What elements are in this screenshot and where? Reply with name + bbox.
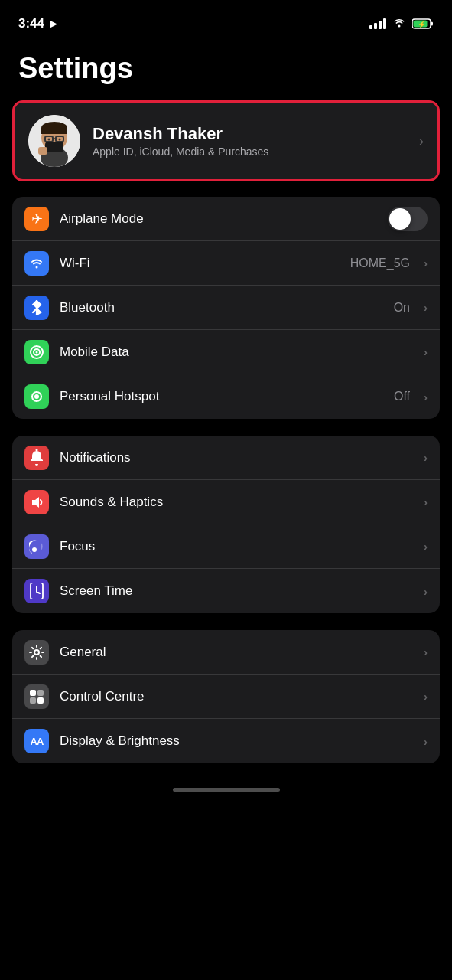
focus-chevron: › bbox=[424, 540, 428, 553]
focus-label: Focus bbox=[60, 539, 413, 554]
sounds-haptics-icon bbox=[24, 490, 49, 514]
mobile-data-row[interactable]: Mobile Data › bbox=[12, 330, 440, 374]
svg-rect-15 bbox=[38, 147, 47, 155]
hotspot-label: Personal Hotspot bbox=[60, 389, 383, 404]
svg-point-21 bbox=[36, 351, 38, 353]
profile-card[interactable]: Devansh Thaker Apple ID, iCloud, Media &… bbox=[12, 100, 440, 181]
svg-point-13 bbox=[48, 139, 50, 141]
svg-rect-30 bbox=[30, 697, 36, 704]
display-brightness-label: Display & Brightness bbox=[60, 733, 413, 749]
notifications-icon bbox=[24, 446, 49, 470]
bluetooth-chevron: › bbox=[424, 301, 428, 314]
screen-time-icon bbox=[24, 579, 49, 603]
screen-time-row[interactable]: Screen Time › bbox=[12, 569, 440, 613]
notifications-label: Notifications bbox=[60, 450, 413, 466]
display-brightness-chevron: › bbox=[424, 735, 428, 748]
control-centre-row[interactable]: Control Centre › bbox=[12, 675, 440, 719]
status-time: 3:44 ▶ bbox=[18, 16, 57, 31]
svg-rect-12 bbox=[45, 142, 63, 152]
profile-name: Devansh Thaker bbox=[93, 124, 407, 144]
svg-rect-28 bbox=[30, 690, 36, 696]
svg-rect-31 bbox=[37, 697, 44, 704]
svg-point-22 bbox=[34, 394, 39, 399]
svg-text:⚡: ⚡ bbox=[418, 20, 427, 29]
svg-rect-29 bbox=[37, 690, 44, 696]
sounds-haptics-row[interactable]: Sounds & Haptics › bbox=[12, 480, 440, 524]
general-group: General › Control Centre › AA Display & … bbox=[12, 630, 440, 763]
hotspot-value: Off bbox=[394, 390, 410, 403]
sounds-haptics-label: Sounds & Haptics bbox=[60, 495, 413, 510]
bluetooth-label: Bluetooth bbox=[60, 300, 383, 315]
general-chevron: › bbox=[424, 645, 428, 658]
general-label: General bbox=[60, 645, 413, 660]
notifications-row[interactable]: Notifications › bbox=[12, 436, 440, 480]
screen-time-chevron: › bbox=[424, 585, 428, 598]
page-title: Settings bbox=[0, 38, 452, 100]
wifi-chevron: › bbox=[424, 256, 428, 270]
home-bar bbox=[0, 780, 452, 796]
general-icon bbox=[24, 640, 49, 665]
time-display: 3:44 bbox=[18, 16, 44, 31]
svg-rect-2 bbox=[431, 22, 434, 26]
focus-row[interactable]: Focus › bbox=[12, 524, 440, 569]
connectivity-group: ✈ Airplane Mode Wi-Fi HOME_5G › bbox=[12, 197, 440, 419]
bluetooth-icon bbox=[24, 296, 49, 320]
svg-point-14 bbox=[59, 139, 61, 141]
airplane-mode-row[interactable]: ✈ Airplane Mode bbox=[12, 197, 440, 241]
wifi-setting-icon bbox=[24, 251, 49, 276]
screen-time-label: Screen Time bbox=[60, 583, 413, 599]
status-icons: ⚡ bbox=[369, 17, 434, 31]
status-bar: 3:44 ▶ ⚡ bbox=[0, 0, 452, 38]
control-centre-label: Control Centre bbox=[60, 689, 413, 704]
location-arrow-icon: ▶ bbox=[50, 18, 57, 29]
svg-rect-8 bbox=[41, 128, 67, 134]
wifi-value: HOME_5G bbox=[350, 256, 410, 270]
control-centre-chevron: › bbox=[424, 690, 428, 703]
svg-point-25 bbox=[32, 547, 37, 552]
focus-icon bbox=[24, 534, 49, 559]
svg-point-27 bbox=[34, 650, 39, 655]
personal-hotspot-row[interactable]: Personal Hotspot Off › bbox=[12, 374, 440, 419]
airplane-mode-toggle[interactable] bbox=[388, 207, 428, 231]
wifi-row[interactable]: Wi-Fi HOME_5G › bbox=[12, 241, 440, 286]
battery-icon: ⚡ bbox=[412, 18, 434, 29]
notifications-group: Notifications › Sounds & Haptics › Focus… bbox=[12, 436, 440, 613]
control-centre-icon bbox=[24, 684, 49, 709]
airplane-mode-icon: ✈ bbox=[24, 207, 49, 231]
mobile-data-icon bbox=[24, 340, 49, 364]
hotspot-chevron: › bbox=[424, 390, 428, 403]
display-brightness-icon: AA bbox=[24, 729, 49, 753]
profile-subtitle: Apple ID, iCloud, Media & Purchases bbox=[93, 145, 407, 158]
mobile-data-chevron: › bbox=[424, 345, 428, 358]
wifi-label: Wi-Fi bbox=[60, 256, 340, 271]
profile-chevron: › bbox=[419, 133, 424, 149]
svg-marker-24 bbox=[32, 497, 39, 508]
general-row[interactable]: General › bbox=[12, 630, 440, 675]
wifi-icon bbox=[392, 17, 406, 31]
display-brightness-row[interactable]: AA Display & Brightness › bbox=[12, 719, 440, 763]
home-indicator bbox=[173, 788, 280, 792]
mobile-data-label: Mobile Data bbox=[60, 345, 413, 360]
profile-info: Devansh Thaker Apple ID, iCloud, Media &… bbox=[93, 124, 407, 158]
sounds-haptics-chevron: › bbox=[424, 495, 428, 508]
hotspot-icon bbox=[24, 384, 49, 409]
avatar bbox=[28, 115, 80, 167]
signal-icon bbox=[369, 18, 386, 29]
notifications-chevron: › bbox=[424, 451, 428, 464]
airplane-mode-label: Airplane Mode bbox=[60, 211, 377, 227]
bluetooth-row[interactable]: Bluetooth On › bbox=[12, 286, 440, 330]
bluetooth-value: On bbox=[394, 301, 410, 315]
